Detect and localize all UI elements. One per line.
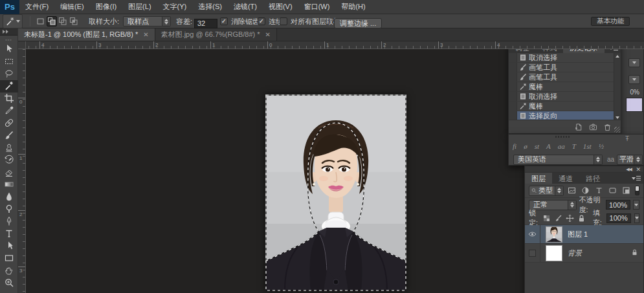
crop-tool[interactable] — [0, 92, 18, 105]
anti-alias-select[interactable]: 平滑 — [617, 155, 643, 165]
lock-all-icon[interactable] — [577, 213, 586, 223]
layer-filter-type-select[interactable]: 类型 — [529, 186, 564, 196]
new-selection-button[interactable] — [36, 16, 46, 27]
menu-item[interactable]: 文字(Y) — [157, 0, 193, 14]
opentype-feature-icon[interactable]: fi — [513, 142, 516, 150]
pathselect-tool[interactable] — [0, 240, 18, 252]
document-tab[interactable]: 未标题-1 @ 100% (图层 1, RGB/8) * ✕ — [18, 28, 155, 41]
sample-size-select[interactable]: 取样点 — [123, 16, 171, 27]
dodge-tool[interactable] — [0, 203, 18, 215]
layer-name[interactable]: 背景 — [568, 248, 582, 258]
layer-thumbnail[interactable] — [546, 226, 562, 243]
layer-visibility-eye-icon[interactable] — [525, 225, 540, 243]
marquee-tool[interactable] — [0, 56, 18, 68]
filter-pixel-layers-icon[interactable] — [566, 186, 577, 196]
filter-shape-layers-icon[interactable] — [607, 186, 618, 196]
close-panel-icon[interactable]: ✕ — [636, 166, 641, 173]
filter-adjustment-layers-icon[interactable] — [580, 186, 591, 196]
filter-smart-object-icon[interactable] — [621, 186, 632, 196]
opentype-feature-icon[interactable]: ½ — [599, 142, 604, 150]
menu-item[interactable]: 帮助(H) — [335, 0, 371, 14]
document-image[interactable] — [265, 94, 406, 291]
toolbar-grip[interactable]: ▪▪▪ — [0, 36, 17, 43]
history-step[interactable]: 取消选择 — [509, 53, 615, 63]
menu-item[interactable]: 选择(S) — [192, 0, 228, 14]
history-step[interactable]: 魔棒 — [509, 102, 615, 111]
move-tool[interactable] — [0, 43, 18, 56]
lock-transparency-icon[interactable] — [542, 213, 551, 223]
opentype-feature-icon[interactable]: ø — [524, 142, 527, 150]
toolbar-collapse-button[interactable] — [0, 28, 17, 36]
menu-item[interactable]: 图像(I) — [90, 0, 122, 14]
layer-row-background[interactable]: 背景 — [525, 244, 643, 263]
stamp-tool[interactable] — [0, 142, 18, 154]
filter-type-layers-icon[interactable] — [594, 186, 605, 196]
dropdown-button[interactable] — [628, 75, 640, 84]
panel-menu-icon[interactable] — [632, 175, 641, 181]
opentype-feature-icon[interactable]: T — [572, 142, 576, 150]
healing-tool[interactable] — [0, 117, 18, 129]
menu-item[interactable]: 编辑(E) — [54, 0, 90, 14]
layer-name[interactable]: 图层 1 — [568, 230, 588, 239]
pen-tool[interactable] — [0, 215, 18, 228]
panel-tab[interactable]: 图层 — [525, 173, 552, 184]
opentype-feature-icon[interactable]: A — [546, 142, 551, 150]
menu-item[interactable]: 图层(L) — [122, 0, 157, 14]
panel-resize-grip[interactable] — [614, 127, 620, 133]
history-scrollbar[interactable] — [614, 53, 621, 121]
subtract-from-selection-button[interactable] — [58, 16, 68, 27]
history-step[interactable]: 魔棒 — [509, 82, 615, 92]
workspace-switcher-button[interactable]: 基本功能 — [591, 17, 630, 26]
text-color-swatch[interactable] — [626, 98, 643, 112]
history-step[interactable]: 画笔工具 — [509, 72, 615, 82]
opacity-dropdown-icon[interactable] — [633, 200, 639, 210]
panel-tab[interactable]: 路径 — [579, 173, 606, 184]
brush-tool[interactable] — [0, 129, 18, 142]
eraser-tool[interactable] — [0, 166, 18, 179]
layer-row-layer1[interactable]: 图层 1 — [525, 225, 643, 244]
history-source-checkbox[interactable] — [509, 82, 517, 91]
add-to-selection-button[interactable] — [47, 16, 57, 27]
dropdown-button[interactable] — [628, 58, 640, 67]
lock-position-icon[interactable] — [566, 213, 574, 223]
historybrush-tool[interactable] — [0, 154, 18, 166]
new-snapshot-camera-icon[interactable] — [589, 123, 597, 131]
lock-pixels-brush-icon[interactable] — [554, 213, 562, 223]
intersect-selection-button[interactable] — [69, 16, 79, 27]
close-tab-icon[interactable]: ✕ — [143, 31, 148, 38]
zoom-tool[interactable] — [0, 277, 18, 289]
menu-item[interactable]: 视图(V) — [263, 0, 298, 14]
history-source-checkbox[interactable] — [509, 92, 517, 101]
history-source-checkbox[interactable] — [509, 53, 517, 62]
opentype-feature-icon[interactable]: aa — [558, 142, 565, 150]
gradient-tool[interactable] — [0, 179, 18, 191]
history-source-checkbox[interactable] — [509, 102, 517, 111]
anti-alias-checkbox[interactable]: ✓ — [220, 17, 228, 25]
menu-item[interactable]: 窗口(W) — [298, 0, 336, 14]
history-source-checkbox[interactable] — [509, 111, 517, 120]
history-source-checkbox[interactable] — [509, 63, 517, 72]
filter-toggle-switch[interactable] — [635, 186, 639, 195]
history-source-checkbox[interactable] — [509, 72, 517, 81]
panel-drag-handle[interactable] — [555, 136, 570, 138]
collapse-panel-icon[interactable]: ◀◀ — [626, 167, 632, 172]
opacity-value[interactable]: 100% — [606, 200, 630, 210]
delete-state-trash-icon[interactable] — [603, 123, 612, 131]
history-step[interactable]: 取消选择 — [509, 92, 615, 102]
opentype-feature-icon[interactable]: 1st — [583, 142, 592, 150]
language-select[interactable]: 美国英语 — [513, 155, 603, 165]
new-document-from-state-icon[interactable] — [575, 123, 583, 131]
tolerance-input[interactable] — [194, 19, 217, 28]
close-tab-icon[interactable]: ✕ — [265, 31, 271, 38]
tool-preset-picker[interactable] — [3, 14, 23, 28]
sample-all-layers-checkbox[interactable] — [280, 17, 287, 25]
history-step[interactable]: 画笔工具 — [509, 63, 615, 72]
shape-tool[interactable] — [0, 252, 18, 265]
menu-item[interactable]: 文件(F) — [19, 0, 54, 14]
menu-item[interactable]: 滤镜(T) — [228, 0, 263, 14]
hand-tool[interactable] — [0, 265, 18, 277]
layer-thumbnail[interactable] — [546, 245, 562, 261]
contiguous-checkbox[interactable]: ✓ — [258, 17, 265, 25]
wand-tool[interactable] — [0, 80, 18, 92]
opentype-feature-icon[interactable]: st — [535, 142, 539, 150]
